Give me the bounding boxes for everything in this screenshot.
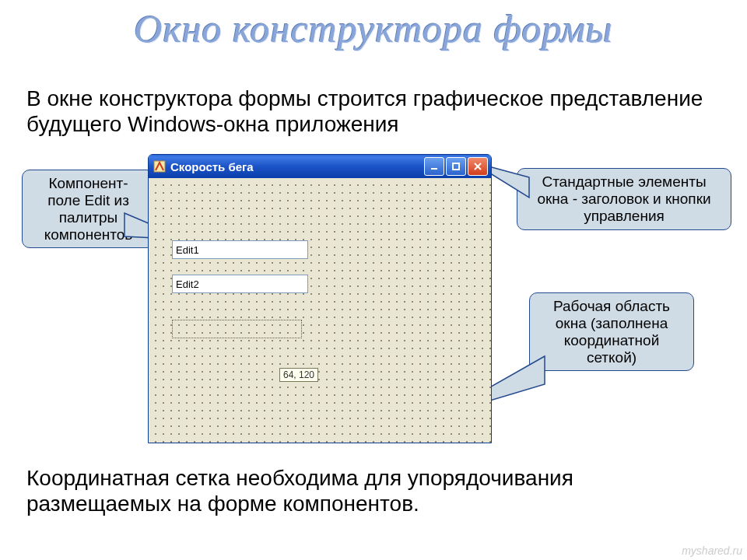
slide-title: Окно конструктора формы	[0, 6, 747, 51]
window-caption: Скорость бега	[170, 160, 419, 173]
footer-paragraph: Координатная сетка необходима для упоряд…	[26, 465, 721, 516]
form-client-area[interactable]: Edit1 Edit2 64, 120	[149, 178, 491, 443]
close-button[interactable]	[468, 157, 488, 176]
watermark: myshared.ru	[682, 544, 742, 557]
maximize-button[interactable]	[446, 157, 466, 176]
callout-working-area: Рабочая область окна (заполнена координа…	[529, 292, 694, 371]
titlebar[interactable]: Скорость бега	[149, 155, 491, 178]
form-designer-window: Скорость бега Edit1 Edit2 64, 120	[148, 154, 492, 443]
svg-rect-4	[431, 168, 437, 170]
app-icon	[153, 160, 166, 173]
minimize-button[interactable]	[424, 157, 444, 176]
svg-rect-5	[453, 163, 459, 170]
callout-titlebar-elements: Стандартные элементы окна - заголовок и …	[517, 168, 731, 230]
intro-paragraph: В окне конструктора формы строится графи…	[26, 86, 721, 137]
edit-field-1[interactable]: Edit1	[172, 240, 308, 259]
edit-field-2[interactable]: Edit2	[172, 275, 308, 293]
component-selection-outline[interactable]	[172, 320, 302, 338]
coord-hint: 64, 120	[279, 368, 318, 382]
